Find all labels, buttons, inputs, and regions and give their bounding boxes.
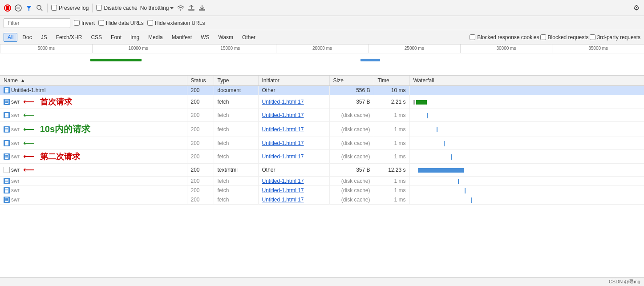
- wifi-icon[interactable]: [177, 4, 185, 12]
- disable-cache-checkbox[interactable]: [96, 5, 102, 11]
- svg-marker-4: [26, 6, 32, 11]
- green-arrow-icon: ⟵: [23, 125, 35, 134]
- col-header-size[interactable]: Size: [329, 76, 374, 86]
- timeline-ruler: 5000 ms10000 ms15000 ms20000 ms25000 ms3…: [0, 44, 644, 53]
- stop-recording-icon[interactable]: [4, 4, 12, 12]
- blocked-response-cookies-checkbox-label[interactable]: Blocked response cookies: [470, 34, 539, 40]
- preserve-log-checkbox[interactable]: [51, 5, 57, 11]
- col-header-initiator[interactable]: Initiator: [258, 76, 329, 86]
- cell-name: swr⟵: [0, 109, 187, 122]
- cell-initiator[interactable]: Untitled-1.html:17: [258, 95, 329, 109]
- search-icon[interactable]: [36, 4, 44, 12]
- filter-icon[interactable]: [25, 4, 33, 12]
- table-row[interactable]: swr⟵200text/htmlOther357 B12.23 s: [0, 164, 644, 177]
- type-btn-wasm[interactable]: Wasm: [215, 33, 238, 42]
- download-icon[interactable]: [198, 4, 206, 12]
- type-btn-ws[interactable]: WS: [197, 33, 213, 42]
- cell-initiator[interactable]: Untitled-1.html:17: [258, 186, 329, 195]
- initiator-link[interactable]: Untitled-1.html:17: [262, 197, 304, 203]
- third-party-checkbox[interactable]: [590, 34, 595, 40]
- blocked-response-cookies-checkbox[interactable]: [470, 34, 475, 40]
- cell-type: text/html: [214, 164, 258, 177]
- type-btn-js[interactable]: JS: [37, 33, 51, 42]
- initiator-link[interactable]: Untitled-1.html:17: [262, 112, 304, 118]
- cell-size: 556 B: [329, 86, 374, 95]
- type-btn-font[interactable]: Font: [107, 33, 126, 42]
- hide-extension-urls-label[interactable]: Hide extension URLs: [147, 20, 205, 26]
- type-btn-media[interactable]: Media: [144, 33, 167, 42]
- cell-initiator[interactable]: Untitled-1.html:17: [258, 122, 329, 137]
- doc-icon: [4, 153, 10, 160]
- type-btn-fetch-xhr[interactable]: Fetch/XHR: [52, 33, 86, 42]
- table-row[interactable]: swr200fetchUntitled-1.html:17(disk cache…: [0, 177, 644, 186]
- empty-icon: [4, 167, 10, 173]
- cell-waterfall: [409, 195, 644, 205]
- hide-extension-urls-checkbox[interactable]: [147, 20, 153, 26]
- invert-text: Invert: [81, 20, 95, 26]
- clear-icon[interactable]: [14, 4, 22, 12]
- initiator-link[interactable]: Untitled-1.html:17: [262, 178, 304, 184]
- cell-name: swr: [0, 186, 187, 195]
- timeline-mark: 25000 ms: [368, 44, 460, 53]
- third-party-checkbox-label[interactable]: 3rd-party requests: [590, 34, 640, 40]
- blocked-requests-checkbox-text: Blocked requests: [548, 34, 589, 40]
- invert-checkbox[interactable]: [74, 20, 80, 26]
- timeline-mark: 10000 ms: [92, 44, 184, 53]
- table-row[interactable]: swr200fetchUntitled-1.html:17(disk cache…: [0, 186, 644, 195]
- table-row[interactable]: swr200fetchUntitled-1.html:17(disk cache…: [0, 195, 644, 205]
- type-btn-img[interactable]: Img: [126, 33, 143, 42]
- table-row[interactable]: swr⟵首次请求200fetchUntitled-1.html:17357 B2…: [0, 95, 644, 109]
- row-name-text: swr: [11, 197, 20, 203]
- disable-cache-text: Disable cache: [104, 5, 137, 11]
- cell-waterfall: [409, 109, 644, 122]
- network-table-container[interactable]: Name ▲ Status Type Initiator Size Time W…: [0, 76, 644, 277]
- cell-initiator[interactable]: Untitled-1.html:17: [258, 137, 329, 150]
- initiator-link[interactable]: Untitled-1.html:17: [262, 153, 304, 160]
- cell-initiator[interactable]: Untitled-1.html:17: [258, 109, 329, 122]
- type-btn-all[interactable]: All: [4, 33, 17, 42]
- blocked-requests-checkbox-label[interactable]: Blocked requests: [540, 34, 589, 40]
- col-header-time[interactable]: Time: [374, 76, 409, 86]
- preserve-log-label[interactable]: Preserve log: [51, 5, 89, 11]
- row-name-text: swr: [11, 126, 20, 133]
- invert-label[interactable]: Invert: [74, 20, 95, 26]
- filter-input[interactable]: [4, 18, 70, 28]
- initiator-link[interactable]: Untitled-1.html:17: [262, 99, 304, 105]
- cell-waterfall: [409, 122, 644, 137]
- cell-initiator[interactable]: Untitled-1.html:17: [258, 177, 329, 186]
- blocked-requests-checkbox[interactable]: [540, 34, 546, 40]
- doc-icon: [4, 187, 10, 193]
- cell-size: (disk cache): [329, 177, 374, 186]
- table-row[interactable]: Untitled-1.html200documentOther556 B10 m…: [0, 86, 644, 95]
- type-btn-doc[interactable]: Doc: [18, 33, 36, 42]
- hide-data-urls-checkbox[interactable]: [98, 20, 104, 26]
- initiator-link[interactable]: Untitled-1.html:17: [262, 140, 304, 146]
- table-row[interactable]: swr⟵10s内的请求200fetchUntitled-1.html:17(di…: [0, 122, 644, 137]
- cell-size: (disk cache): [329, 109, 374, 122]
- table-row[interactable]: swr⟵200fetchUntitled-1.html:17(disk cach…: [0, 137, 644, 150]
- initiator-link[interactable]: Untitled-1.html:17: [262, 126, 304, 133]
- type-btn-css[interactable]: CSS: [87, 33, 106, 42]
- table-row[interactable]: swr⟵200fetchUntitled-1.html:17(disk cach…: [0, 109, 644, 122]
- initiator-link[interactable]: Untitled-1.html:17: [262, 187, 304, 193]
- third-party-checkbox-text: 3rd-party requests: [597, 34, 640, 40]
- type-btn-other[interactable]: Other: [238, 33, 259, 42]
- cell-size: 357 B: [329, 164, 374, 177]
- throttle-select[interactable]: No throttling: [140, 5, 174, 11]
- cell-initiator[interactable]: Untitled-1.html:17: [258, 195, 329, 205]
- type-btn-manifest[interactable]: Manifest: [168, 33, 196, 42]
- gear-icon[interactable]: ⚙: [632, 4, 640, 12]
- cell-status: 200: [187, 164, 214, 177]
- col-header-type[interactable]: Type: [214, 76, 258, 86]
- col-header-name[interactable]: Name ▲: [0, 76, 187, 86]
- hide-data-urls-label[interactable]: Hide data URLs: [98, 20, 144, 26]
- col-header-waterfall[interactable]: Waterfall: [409, 76, 644, 86]
- cell-status: 200: [187, 150, 214, 164]
- upload-icon[interactable]: [187, 4, 195, 12]
- table-row[interactable]: swr⟵第二次请求200fetchUntitled-1.html:17(disk…: [0, 150, 644, 164]
- doc-icon: [4, 112, 10, 118]
- green-arrow-icon: ⟵: [23, 138, 35, 148]
- cell-initiator[interactable]: Untitled-1.html:17: [258, 150, 329, 164]
- col-header-status[interactable]: Status: [187, 76, 214, 86]
- disable-cache-label[interactable]: Disable cache: [96, 5, 137, 11]
